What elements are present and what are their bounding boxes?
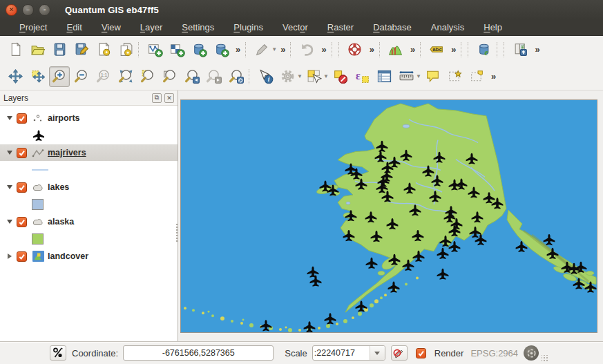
- layer-label: airports: [48, 113, 80, 123]
- menu-edit[interactable]: Edit: [59, 21, 88, 34]
- dropdown-caret-icon[interactable]: ▼: [323, 73, 329, 79]
- menu-view[interactable]: View: [95, 21, 128, 34]
- stop-rendering-button[interactable]: [391, 345, 408, 361]
- select-features-button[interactable]: [303, 66, 324, 87]
- layer-item-landcover[interactable]: landcover: [0, 248, 178, 265]
- crs-status-button[interactable]: [524, 345, 539, 361]
- layer-item-airports[interactable]: airports: [0, 110, 178, 126]
- collapse-arrow-icon[interactable]: [6, 220, 14, 224]
- menu-project[interactable]: Project: [12, 21, 54, 34]
- select-by-expression-button[interactable]: ε: [352, 66, 372, 87]
- evis-database-button[interactable]: e: [474, 39, 495, 60]
- render-checkbox[interactable]: [416, 348, 426, 358]
- help-contents-button[interactable]: [345, 39, 365, 60]
- new-bookmark-button[interactable]: [444, 66, 465, 87]
- add-spatialite-layer-button[interactable]: [211, 39, 231, 60]
- menu-raster[interactable]: Raster: [320, 21, 361, 34]
- scale-dropdown-button[interactable]: [370, 346, 385, 360]
- mouse-position-toggle-button[interactable]: [50, 345, 66, 361]
- menu-layer[interactable]: Layer: [133, 21, 170, 34]
- zoom-full-extent-button[interactable]: [115, 66, 136, 87]
- pan-to-selection-button[interactable]: [27, 66, 48, 87]
- zoom-out-button[interactable]: [71, 66, 92, 87]
- toolbar-overflow-button[interactable]: »: [488, 71, 499, 82]
- layer-visibility-checkbox[interactable]: [17, 251, 27, 262]
- dropdown-caret-icon[interactable]: ▼: [271, 46, 277, 52]
- scale-combobox[interactable]: :22240717: [312, 345, 385, 361]
- open-project-button[interactable]: [27, 39, 48, 60]
- map-tips-icon: [425, 68, 441, 84]
- layer-visibility-checkbox[interactable]: [17, 182, 27, 193]
- toolbar-overflow-button[interactable]: »: [232, 44, 244, 55]
- menu-help[interactable]: Help: [477, 21, 509, 34]
- labeling-button[interactable]: abc: [426, 39, 447, 60]
- toolbar-overflow-button[interactable]: »: [407, 44, 419, 55]
- expand-arrow-icon[interactable]: [6, 253, 14, 259]
- dropdown-caret-icon[interactable]: ▼: [297, 73, 303, 79]
- layer-visibility-checkbox[interactable]: [17, 113, 27, 124]
- close-window-button[interactable]: ✕: [6, 4, 17, 16]
- toolbar-overflow-button[interactable]: »: [448, 44, 459, 55]
- add-postgis-layer-button[interactable]: [189, 39, 209, 60]
- menu-plugins[interactable]: Plugins: [227, 21, 270, 34]
- run-feature-action-button[interactable]: [277, 66, 298, 87]
- new-print-composer-button[interactable]: [93, 39, 114, 60]
- map-canvas[interactable]: [180, 99, 597, 333]
- digitize-button[interactable]: [251, 39, 272, 60]
- zoom-in-button[interactable]: [49, 66, 70, 87]
- close-panel-button[interactable]: ✕: [164, 93, 174, 103]
- resize-grip[interactable]: [542, 355, 548, 362]
- projector-globe-icon: [526, 348, 537, 358]
- dropdown-caret-icon[interactable]: ▼: [416, 73, 421, 79]
- show-bookmarks-icon: [469, 68, 485, 84]
- collapse-arrow-icon[interactable]: [6, 151, 14, 155]
- zoom-native-resolution-button[interactable]: 1:1: [93, 66, 114, 87]
- panel-splitter[interactable]: [176, 224, 178, 242]
- coordinate-input[interactable]: [123, 345, 274, 361]
- map-tips-button[interactable]: [422, 66, 443, 87]
- add-raster-layer-button[interactable]: [166, 39, 187, 60]
- add-vector-layer-button[interactable]: [144, 39, 165, 60]
- save-icon: [52, 41, 68, 57]
- svg-text:i: i: [267, 76, 269, 83]
- collapse-arrow-icon[interactable]: [6, 185, 14, 189]
- toolbar-overflow-button[interactable]: »: [318, 44, 329, 55]
- deselect-features-button[interactable]: [329, 66, 350, 87]
- toolbar-overflow-button[interactable]: »: [277, 44, 289, 55]
- menu-database[interactable]: Database: [366, 21, 419, 34]
- undo-button[interactable]: [296, 39, 317, 60]
- legend-lakes: [0, 197, 178, 212]
- menu-settings[interactable]: Settings: [175, 21, 221, 34]
- layer-visibility-checkbox[interactable]: [17, 148, 27, 158]
- layer-visibility-checkbox[interactable]: [17, 217, 27, 227]
- menu-analysis[interactable]: Analysis: [424, 21, 471, 34]
- identify-features-button[interactable]: i: [255, 66, 276, 87]
- minimize-window-button[interactable]: −: [22, 4, 34, 16]
- float-panel-button[interactable]: ⧉: [152, 93, 162, 103]
- measure-button[interactable]: [396, 66, 417, 87]
- collapse-arrow-icon[interactable]: [6, 116, 14, 120]
- title-bar: ✕ − ▫ Quantum GIS eb47ff5: [0, 0, 603, 19]
- composer-manager-button[interactable]: [115, 39, 136, 60]
- refresh-map-button[interactable]: [226, 66, 247, 87]
- layer-item-majrivers[interactable]: majrivers: [0, 144, 178, 161]
- pan-map-button[interactable]: [5, 66, 26, 87]
- raster-histogram-button[interactable]: [385, 39, 406, 60]
- zoom-next-button[interactable]: [204, 66, 224, 87]
- zoom-to-selection-button[interactable]: [137, 66, 158, 87]
- show-bookmarks-button[interactable]: [466, 66, 487, 87]
- deselect-icon: [332, 68, 348, 84]
- layer-item-alaska[interactable]: alaska: [0, 213, 178, 230]
- menu-vector[interactable]: Vector: [276, 21, 315, 34]
- zoom-to-layer-button[interactable]: [160, 66, 180, 87]
- save-project-button[interactable]: [49, 39, 70, 60]
- toolbar-overflow-button[interactable]: »: [366, 44, 378, 55]
- zoom-last-button[interactable]: [182, 66, 202, 87]
- maximize-window-button[interactable]: ▫: [39, 4, 50, 16]
- open-attribute-table-button[interactable]: [374, 66, 394, 87]
- save-project-as-button[interactable]: [71, 39, 92, 60]
- mapserver-export-button[interactable]: [510, 39, 530, 60]
- toolbar-overflow-button[interactable]: »: [531, 44, 543, 55]
- new-project-button[interactable]: [5, 39, 26, 60]
- layer-item-lakes[interactable]: lakes: [0, 179, 178, 195]
